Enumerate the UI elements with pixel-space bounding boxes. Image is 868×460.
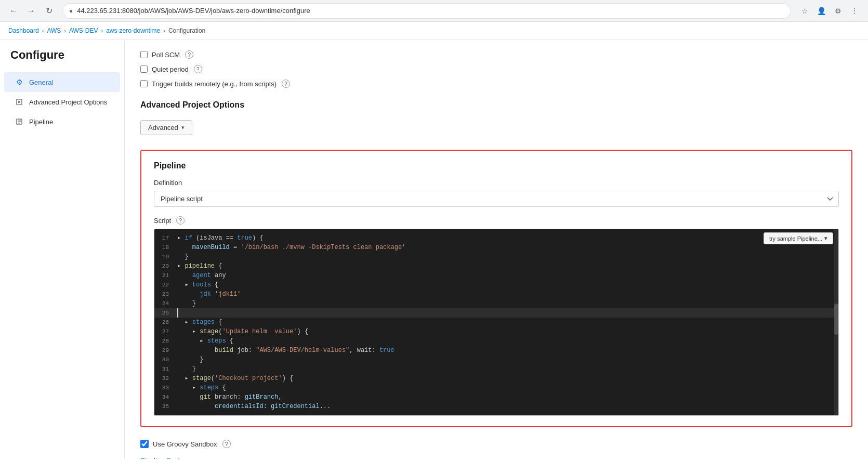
poll-scm-checkbox[interactable] [140, 51, 148, 58]
code-line: 30 } [154, 355, 838, 364]
code-line: 35 credentialsId: gitCredential... [154, 402, 838, 411]
sample-pipeline-label: try sample Pipeline... [769, 235, 822, 242]
breadcrumb-job[interactable]: aws-zero-downtime [106, 27, 160, 34]
extensions-button[interactable]: ⚙ [831, 4, 845, 18]
groovy-sandbox-label[interactable]: Use Groovy Sandbox [153, 440, 217, 448]
forward-button[interactable]: → [24, 4, 38, 18]
sidebar-label-advanced: Advanced Project Options [29, 98, 107, 106]
breadcrumb-aws[interactable]: AWS [47, 27, 61, 34]
quiet-period-help-icon[interactable]: ? [194, 65, 202, 73]
code-line: 32 ▸ stage('Checkout project') { [154, 374, 838, 383]
advanced-button-label: Advanced [148, 124, 178, 132]
code-editor-wrapper: try sample Pipeline... ▾ 17▸ if (isJava … [154, 229, 839, 416]
code-line: 33 ▸ steps { [154, 383, 838, 392]
pipeline-section: Pipeline Definition Pipeline script Scri… [140, 150, 852, 427]
code-line: 28 ▸ steps { [154, 336, 838, 346]
pipeline-title: Pipeline [154, 161, 839, 170]
code-editor[interactable]: 17▸ if (isJava == true) {18 mavenBuild =… [154, 229, 838, 415]
advanced-chevron-icon: ▾ [181, 124, 185, 131]
quiet-period-row: Quiet period ? [140, 65, 852, 73]
advanced-project-options-heading: Advanced Project Options [140, 100, 852, 110]
quiet-period-label[interactable]: Quiet period [152, 65, 189, 73]
code-line: 17▸ if (isJava == true) { [154, 233, 838, 243]
script-label: Script [154, 217, 171, 225]
browser-actions: ☆ 👤 ⚙ ⋮ [797, 4, 862, 18]
advanced-dropdown-button[interactable]: Advanced ▾ [140, 120, 192, 135]
code-line: 25 [154, 308, 838, 318]
scrollbar-track [834, 229, 838, 415]
code-line: 26 ▸ stages { [154, 318, 838, 327]
definition-select-wrapper: Pipeline script [154, 191, 839, 216]
code-line: 31 } [154, 364, 838, 374]
trigger-remotely-label[interactable]: Trigger builds remotely (e.g., from scri… [152, 80, 277, 88]
code-line: 34 git branch: gitBranch, [154, 392, 838, 402]
trigger-remotely-checkbox[interactable] [140, 80, 148, 87]
code-line: 23 jdk 'jdk11' [154, 290, 838, 299]
code-line: 19 } [154, 252, 838, 261]
browser-nav-buttons: ← → ↻ [6, 4, 56, 18]
breadcrumb-aws-dev[interactable]: AWS-DEV [69, 27, 98, 34]
code-line: 27 ▸ stage('Update helm value') { [154, 327, 838, 336]
groovy-sandbox-help-icon[interactable]: ? [222, 440, 231, 448]
sidebar-item-general[interactable]: ⚙ General [4, 72, 120, 92]
address-bar[interactable]: ● 44.223.65.231:8080/job/AWS/job/AWS-DEV… [62, 3, 791, 19]
definition-select[interactable]: Pipeline script [154, 191, 839, 207]
sidebar-title: Configure [0, 48, 124, 72]
sample-pipeline-chevron: ▾ [824, 235, 827, 242]
poll-scm-label[interactable]: Poll SCM [152, 51, 180, 59]
sidebar-item-pipeline[interactable]: Pipeline [4, 112, 120, 132]
pipeline-icon [15, 117, 24, 126]
code-line: 22 ▸ tools { [154, 280, 838, 290]
build-triggers-section: Poll SCM ? Quiet period ? Trigger builds… [140, 50, 852, 88]
sidebar-item-advanced-project-options[interactable]: Advanced Project Options [4, 92, 120, 112]
quiet-period-checkbox[interactable] [140, 65, 148, 73]
trigger-remotely-row: Trigger builds remotely (e.g., from scri… [140, 80, 852, 88]
url-text: 44.223.65.231:8080/job/AWS/job/AWS-DEV/j… [77, 7, 310, 15]
profile-button[interactable]: 👤 [814, 4, 828, 18]
back-button[interactable]: ← [6, 4, 21, 18]
code-line: 29 build job: "AWS/AWS-DEV/helm-values",… [154, 346, 838, 355]
sidebar-label-general: General [29, 78, 53, 86]
security-icon: ● [69, 7, 73, 15]
script-header: Script ? [154, 216, 839, 225]
menu-button[interactable]: ⋮ [847, 4, 862, 18]
sidebar-label-pipeline: Pipeline [29, 118, 53, 126]
bookmark-button[interactable]: ☆ [797, 4, 812, 18]
pipeline-syntax-link[interactable]: Pipeline Syntax [140, 456, 187, 459]
gear-icon: ⚙ [15, 77, 24, 87]
groovy-sandbox-checkbox[interactable] [140, 440, 149, 448]
reload-button[interactable]: ↻ [42, 4, 56, 18]
breadcrumb-dashboard[interactable]: Dashboard [8, 27, 39, 34]
breadcrumb-current: Configuration [168, 27, 205, 34]
sample-pipeline-button[interactable]: try sample Pipeline... ▾ [764, 232, 833, 244]
script-help-icon[interactable]: ? [176, 216, 185, 225]
code-line: 18 mavenBuild = '/bin/bash ./mvnw -Dskip… [154, 243, 838, 252]
groovy-sandbox-section: Use Groovy Sandbox ? [140, 440, 852, 448]
code-editor-toolbar: try sample Pipeline... ▾ [764, 232, 833, 244]
scrollbar-thumb[interactable] [834, 304, 838, 335]
trigger-remotely-help-icon[interactable]: ? [282, 80, 290, 88]
code-line: 21 agent any [154, 271, 838, 280]
sidebar: Configure ⚙ General Advanced Project Opt… [0, 40, 125, 459]
advanced-icon [15, 97, 24, 107]
breadcrumb: Dashboard › AWS › AWS-DEV › aws-zero-dow… [0, 22, 868, 40]
poll-scm-help-icon[interactable]: ? [185, 50, 193, 59]
definition-label: Definition [154, 179, 839, 187]
code-line: 20▸ pipeline { [154, 261, 838, 271]
content-area: Poll SCM ? Quiet period ? Trigger builds… [125, 40, 868, 459]
browser-chrome: ← → ↻ ● 44.223.65.231:8080/job/AWS/job/A… [0, 0, 868, 22]
code-line: 24 } [154, 299, 838, 308]
poll-scm-row: Poll SCM ? [140, 50, 852, 59]
main-layout: Configure ⚙ General Advanced Project Opt… [0, 40, 868, 459]
